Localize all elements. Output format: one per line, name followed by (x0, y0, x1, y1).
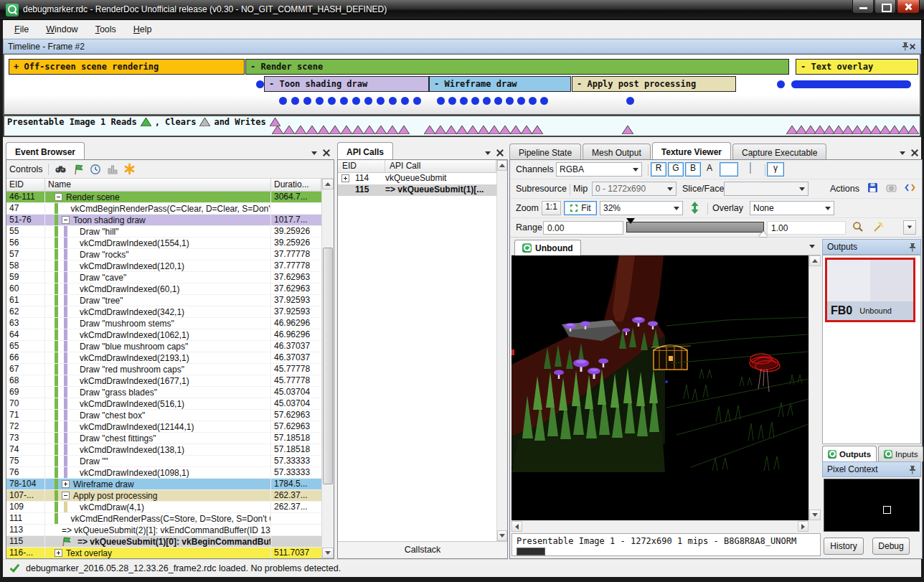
zoom-fit-button[interactable]: Fit (564, 201, 597, 215)
image-vscrollbar[interactable] (808, 255, 821, 520)
zoom-combo[interactable]: 32% (600, 201, 683, 215)
event-browser-header[interactable]: EID Name Duratio... (6, 179, 321, 192)
event-row[interactable]: 113=> vkQueueSubmit(2)[1]: vkEndCommandB… (6, 525, 321, 536)
expand-icon[interactable] (62, 480, 70, 488)
column-eid[interactable]: EID (338, 160, 385, 172)
tab-inputs[interactable]: Inputs (878, 446, 923, 461)
event-dot[interactable] (483, 97, 491, 105)
event-row[interactable]: 67Draw "red mushroom caps"45.77778 (6, 364, 321, 375)
api-calls-scrollbar[interactable] (496, 160, 507, 541)
event-row[interactable]: 109vkCmdDraw(4,1)262.37... (6, 502, 321, 513)
event-row[interactable]: 56vkCmdDrawIndexed(1554,1)39.25926 (6, 238, 321, 249)
texture-image[interactable] (512, 255, 808, 520)
column-name[interactable]: Name (45, 179, 271, 191)
tab-texture-viewer[interactable]: Texture Viewer (652, 142, 731, 159)
menu-tools[interactable]: Tools (87, 22, 125, 37)
slice-face-combo[interactable] (724, 182, 808, 196)
event-row[interactable]: 66vkCmdDrawIndexed(2193,1)46.37037 (6, 352, 321, 364)
expand-icon[interactable] (55, 549, 62, 557)
history-button[interactable]: History (824, 538, 864, 555)
maximize-button[interactable] (874, 0, 896, 14)
debug-button[interactable]: Debug (872, 538, 910, 555)
event-dot[interactable] (626, 97, 634, 105)
event-row[interactable]: 55Draw "hill"39.25926 (6, 226, 321, 238)
titlebar[interactable]: debugmarker.rdc - RenderDoc Unofficial r… (0, 0, 924, 20)
goto-event-flag-icon[interactable] (71, 163, 85, 176)
custom-shader-button[interactable] (902, 182, 918, 196)
scroll-up-button[interactable] (322, 179, 334, 189)
color-wheel-toggle[interactable] (720, 162, 738, 177)
close-button[interactable] (897, 0, 920, 14)
scroll-down-button[interactable] (322, 548, 334, 558)
event-row[interactable]: 75Draw ""57.33333 (6, 456, 321, 467)
panel-menu-icon[interactable] (900, 151, 905, 155)
minimize-button[interactable] (852, 0, 874, 14)
event-dot[interactable] (328, 97, 336, 105)
event-dot[interactable] (494, 97, 502, 105)
outputs-header[interactable]: Outputs (822, 239, 921, 255)
zoom-1-1-button[interactable]: 1:1 (542, 201, 561, 215)
pin-icon[interactable] (908, 465, 916, 474)
event-row[interactable]: 58vkCmdDrawIndexed(120,1)37.77778 (6, 261, 321, 272)
tab-api-calls[interactable]: API Calls (337, 142, 393, 159)
scroll-up-button[interactable] (497, 160, 507, 171)
toolbar-overflow-button[interactable] (903, 220, 916, 235)
mip-combo[interactable]: 0 - 1272x690 (592, 182, 676, 196)
column-api-call[interactable]: API Call (385, 160, 496, 172)
open-in-viewer-button[interactable] (883, 182, 899, 196)
event-row[interactable]: 51-76Toon shading draw1017.7... (6, 215, 321, 226)
pin-icon[interactable] (901, 42, 909, 51)
menu-file[interactable]: File (6, 22, 37, 37)
event-dot[interactable] (437, 97, 445, 105)
event-row[interactable]: 69Draw "grass blades"45.03704 (6, 387, 321, 398)
channel-blue-toggle[interactable]: B (685, 162, 701, 177)
collapse-icon[interactable] (55, 193, 62, 201)
event-row[interactable]: 62vkCmdDrawIndexed(342,1)37.92593 (6, 306, 321, 318)
channel-alpha-toggle[interactable]: A (702, 162, 717, 177)
event-row[interactable]: 116-...Text overlay511.7037 (6, 548, 321, 558)
event-row[interactable]: 59Draw "cave"37.62963 (6, 272, 321, 283)
column-eid[interactable]: EID (6, 179, 45, 191)
pixel-context-header[interactable]: Pixel Context (822, 461, 921, 477)
scroll-right-button[interactable] (798, 521, 808, 532)
scroll-left-button[interactable] (512, 521, 522, 532)
event-row[interactable]: 64vkCmdDrawIndexed(1062,1)46.96296 (6, 329, 321, 341)
column-duration[interactable]: Duratio... (271, 179, 321, 191)
event-row[interactable]: 57Draw "rocks"37.77778 (6, 249, 321, 261)
api-call-row[interactable]: 114vkQueueSubmit (338, 173, 496, 184)
scroll-down-button[interactable] (497, 530, 507, 541)
auto-range-wand-button[interactable] (870, 220, 886, 235)
timeline-canvas[interactable]: + Off-screen scene rendering- Render sce… (3, 54, 921, 116)
event-dot[interactable] (303, 97, 311, 105)
save-texture-button[interactable] (864, 182, 880, 196)
tab-event-browser[interactable]: Event Browser (6, 142, 85, 159)
event-dot[interactable] (517, 97, 525, 105)
event-row[interactable]: 78-104Wireframe draw1784.5... (6, 479, 321, 490)
timeline-usage-strip[interactable]: Presentable Image 1 Reads , Clears and W… (3, 116, 921, 137)
tab-capture-executable[interactable]: Capture Executable (732, 144, 826, 159)
event-dot[interactable] (316, 97, 324, 105)
black-point-marker[interactable] (626, 218, 635, 224)
event-row[interactable]: 71Draw "chest box"57.62963 (6, 410, 321, 421)
panel-menu-icon[interactable] (311, 151, 317, 155)
event-dot[interactable] (529, 97, 537, 105)
event-dot[interactable] (540, 97, 548, 105)
event-row[interactable]: 76vkCmdDrawIndexed(1098,1)57.33333 (6, 467, 321, 479)
timeline-close-icon[interactable] (910, 44, 915, 50)
event-dot[interactable] (340, 97, 348, 105)
tab-mesh-output[interactable]: Mesh Output (583, 144, 651, 159)
event-row[interactable]: 73Draw "chest fittings"57.18518 (6, 433, 321, 444)
tab-unbound-texture[interactable]: Unbound (514, 240, 581, 255)
find-event-icon[interactable] (54, 163, 68, 176)
event-dot[interactable] (460, 97, 468, 105)
event-dot[interactable] (401, 97, 409, 105)
event-row[interactable]: 46-111Render scene3064.7... (6, 192, 321, 203)
bookmark-asterisk-icon[interactable] (123, 163, 137, 176)
alpha-checker-toggle[interactable] (741, 162, 760, 177)
image-hscrollbar[interactable] (512, 520, 808, 532)
pixel-context-view[interactable] (824, 479, 920, 532)
event-row[interactable]: 111vkCmdEndRenderPass(C=Store, D=Store, … (6, 513, 321, 525)
autofit-range-button[interactable] (850, 220, 866, 235)
event-row[interactable]: 65Draw "blue mushroom caps"46.37037 (6, 341, 321, 352)
panel-close-icon[interactable] (496, 149, 504, 156)
